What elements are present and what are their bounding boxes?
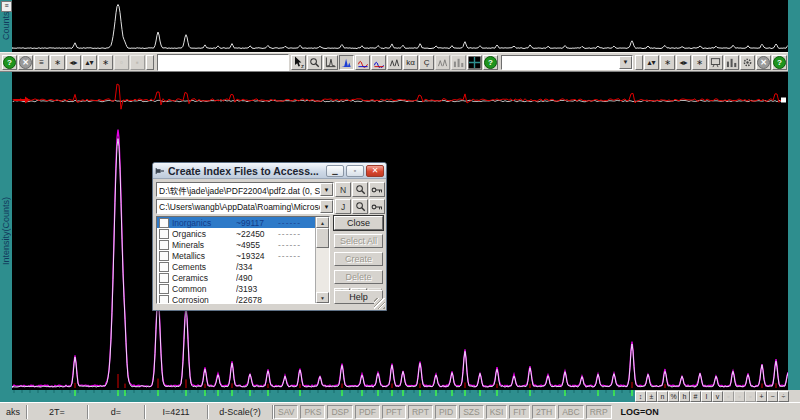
pan-horizontal-button[interactable]: ◂▸ xyxy=(66,55,81,70)
list-item-inorganics[interactable]: Inorganics~99117------ xyxy=(157,217,315,228)
restore-button[interactable]: ▫ xyxy=(346,165,364,177)
status-flag-abc[interactable]: ABC xyxy=(558,405,583,419)
c-cedilla-button[interactable]: Ç xyxy=(419,55,434,70)
chevron-down-icon[interactable]: ▼ xyxy=(619,56,632,69)
separator-button[interactable] xyxy=(146,55,154,70)
fill-peaks-button[interactable] xyxy=(339,55,354,70)
chevron-down-icon[interactable]: ▼ xyxy=(320,200,333,213)
create-index-dialog[interactable]: Create Index Files to Access... ▁ ▫ ✕ D:… xyxy=(152,162,387,311)
checkbox[interactable] xyxy=(159,295,169,304)
status-flag-pid[interactable]: PID xyxy=(435,405,457,419)
slide-view-button[interactable] xyxy=(708,55,723,70)
checkbox[interactable] xyxy=(159,240,169,250)
list-item-corrosion[interactable]: Corrosion/22678 xyxy=(157,294,315,303)
close-circle-button[interactable]: ✕ xyxy=(18,55,33,70)
two-theta-axis-band[interactable] xyxy=(0,390,635,402)
status-flag-fit[interactable]: FIT xyxy=(509,405,530,419)
index-path-combo[interactable]: C:\Users\wangb\AppData\Roaming\Microsoft… xyxy=(156,199,334,214)
list-item-minerals[interactable]: Minerals~4955------ xyxy=(157,239,315,250)
list-item-cements[interactable]: Cements/334 xyxy=(157,261,315,272)
status-flag-szs[interactable]: SZS xyxy=(459,405,484,419)
grid-view-button[interactable] xyxy=(467,55,482,70)
scroll-thumb[interactable] xyxy=(316,228,329,248)
status-flag-pft[interactable]: PFT xyxy=(382,405,406,419)
key-pdf-button[interactable] xyxy=(369,182,385,197)
zoom-reset-button[interactable]: ∗ xyxy=(98,55,113,70)
list-item-organics[interactable]: Organics~22450------ xyxy=(157,228,315,239)
scroll-track[interactable] xyxy=(316,248,329,292)
status-flag-2th[interactable]: 2TH xyxy=(532,405,556,419)
intensity-button[interactable]: I xyxy=(701,391,712,402)
checkbox[interactable] xyxy=(159,229,169,239)
scroll-down-button[interactable]: ▼ xyxy=(316,292,329,303)
resize-grip[interactable] xyxy=(374,298,385,309)
pdf-path-combo[interactable]: D:\软件\jade\jade\PDF22004\pdf2.dat (0, Se… xyxy=(156,182,334,197)
status-flag-rpt[interactable]: RPT xyxy=(408,405,433,419)
minimize-button[interactable]: ▁ xyxy=(326,165,344,177)
diffraction-chart[interactable] xyxy=(0,72,800,390)
help-button[interactable]: ? xyxy=(2,55,17,70)
profile-axes-button[interactable] xyxy=(323,55,338,70)
pan-vertical-button[interactable]: ▴▾ xyxy=(82,55,97,70)
k-alpha-button[interactable]: kα xyxy=(403,55,418,70)
checkbox[interactable] xyxy=(159,284,169,294)
status-flag-ksi[interactable]: KSI xyxy=(486,405,508,419)
checkbox[interactable] xyxy=(159,262,169,272)
checkbox[interactable] xyxy=(159,273,169,283)
overlay-b-button[interactable] xyxy=(371,55,386,70)
view-button[interactable]: v xyxy=(712,391,723,402)
status-flag-sav[interactable]: SAV xyxy=(274,405,298,419)
status-flag-dsp[interactable]: DSP xyxy=(327,405,352,419)
log-scale-toggle[interactable]: LOG=ON xyxy=(613,407,667,417)
columns-view-button[interactable] xyxy=(724,55,739,70)
zoom-reset-button-2[interactable]: ∗ xyxy=(692,55,707,70)
scroll-up-button[interactable]: ▲ xyxy=(316,217,329,228)
toolbar-input[interactable] xyxy=(157,54,289,71)
chevron-down-icon[interactable]: ▼ xyxy=(320,183,333,196)
checkbox[interactable] xyxy=(159,251,169,261)
outline-peaks-button[interactable] xyxy=(387,55,402,70)
height-button[interactable]: h xyxy=(679,391,690,402)
expand-button-2[interactable]: ∗ xyxy=(660,55,675,70)
overlay-a-button[interactable] xyxy=(355,55,370,70)
pan-vertical-button-2[interactable]: ▴▾ xyxy=(644,55,659,70)
zoom-out-button[interactable]: − xyxy=(767,391,778,402)
checkbox[interactable] xyxy=(159,218,169,228)
settings-gear-button[interactable] xyxy=(740,55,755,70)
normalize-button[interactable]: n xyxy=(657,391,668,402)
magnify-button[interactable] xyxy=(307,55,322,70)
status-flag-pks[interactable]: PKS xyxy=(300,405,325,419)
overview-chart[interactable] xyxy=(12,0,788,52)
collapse-button[interactable]: ≡ xyxy=(34,55,49,70)
plus-minus-button[interactable]: ± xyxy=(646,391,657,402)
n-button[interactable]: N xyxy=(335,182,351,197)
help-button-3[interactable]: ? xyxy=(772,55,787,70)
search-index-button[interactable] xyxy=(352,199,368,214)
count-button[interactable]: # xyxy=(690,391,701,402)
j-button[interactable]: J xyxy=(335,199,351,214)
pan-horizontal-button-2[interactable]: ◂▸ xyxy=(676,55,691,70)
list-item-ceramics[interactable]: Ceramics/490 xyxy=(157,272,315,283)
separator-button-2[interactable] xyxy=(635,55,643,70)
window-corner-button[interactable]: ≡ xyxy=(1,1,12,12)
list-item-metallics[interactable]: Metallics~19324------ xyxy=(157,250,315,261)
search-pdf-button[interactable] xyxy=(352,182,368,197)
dialog-titlebar[interactable]: Create Index Files to Access... ▁ ▫ ✕ xyxy=(153,163,386,179)
scale-updown-button[interactable]: ↕ xyxy=(635,391,646,402)
key-index-button[interactable] xyxy=(369,199,385,214)
status-flag-rrp[interactable]: RRP xyxy=(586,405,612,419)
list-item-common[interactable]: Common/3193 xyxy=(157,283,315,294)
close-circle-button-2[interactable]: ✕ xyxy=(756,55,771,70)
help-button-2[interactable]: ? xyxy=(483,55,498,70)
percent-button[interactable]: % xyxy=(668,391,679,402)
toolbar-combo[interactable]: ▼ xyxy=(501,55,633,70)
close-button[interactable]: Close xyxy=(334,216,383,230)
status-flag-pdf[interactable]: PDF xyxy=(355,405,380,419)
list-scrollbar[interactable]: ▲ ▼ xyxy=(315,217,329,303)
close-window-button[interactable]: ✕ xyxy=(366,165,384,177)
zoom-in-button[interactable]: + xyxy=(756,391,767,402)
divide-button[interactable]: ÷ xyxy=(778,391,789,402)
expand-button[interactable]: ∗ xyxy=(50,55,65,70)
zoom-cursor-button[interactable]: z xyxy=(291,55,306,70)
subfile-list[interactable]: Inorganics~99117------Organics~22450----… xyxy=(156,216,330,304)
